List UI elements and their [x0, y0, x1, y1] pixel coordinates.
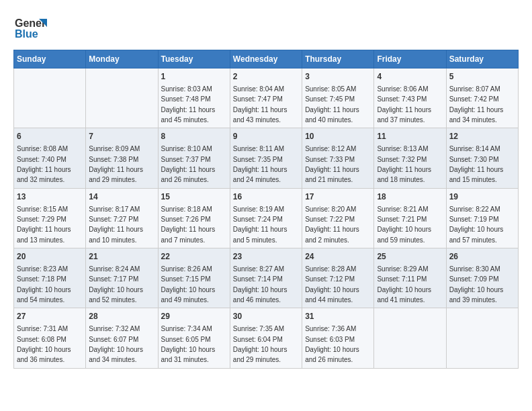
day-info: Sunrise: 8:17 AM Sunset: 7:27 PM Dayligh… [89, 205, 144, 244]
day-info: Sunrise: 8:21 AM Sunset: 7:21 PM Dayligh… [377, 205, 433, 244]
weekday-header-monday: Monday [86, 50, 158, 68]
calendar-cell [86, 68, 158, 128]
calendar-cell: 6Sunrise: 8:08 AM Sunset: 7:40 PM Daylig… [14, 128, 86, 188]
day-number: 30 [233, 311, 299, 322]
day-info: Sunrise: 8:06 AM Sunset: 7:43 PM Dayligh… [377, 85, 433, 124]
calendar-week-4: 20Sunrise: 8:23 AM Sunset: 7:18 PM Dayli… [14, 248, 519, 308]
calendar-cell: 1Sunrise: 8:03 AM Sunset: 7:48 PM Daylig… [158, 68, 230, 128]
day-number: 10 [305, 131, 371, 142]
weekday-header-sunday: Sunday [14, 50, 86, 68]
day-info: Sunrise: 8:12 AM Sunset: 7:33 PM Dayligh… [305, 145, 361, 183]
day-number: 2 [233, 71, 299, 83]
calendar-cell: 15Sunrise: 8:18 AM Sunset: 7:26 PM Dayli… [158, 188, 230, 248]
calendar-cell [374, 308, 446, 368]
weekday-header-thursday: Thursday [302, 50, 374, 68]
day-info: Sunrise: 8:22 AM Sunset: 7:19 PM Dayligh… [449, 205, 505, 244]
day-info: Sunrise: 8:19 AM Sunset: 7:24 PM Dayligh… [233, 205, 289, 244]
day-info: Sunrise: 7:36 AM Sunset: 6:03 PM Dayligh… [305, 325, 361, 363]
day-info: Sunrise: 8:10 AM Sunset: 7:37 PM Dayligh… [161, 145, 217, 183]
calendar-cell: 9Sunrise: 8:11 AM Sunset: 7:35 PM Daylig… [230, 128, 302, 188]
weekday-header-friday: Friday [374, 50, 446, 68]
day-info: Sunrise: 7:32 AM Sunset: 6:07 PM Dayligh… [89, 325, 144, 363]
calendar-table: SundayMondayTuesdayWednesdayThursdayFrid… [13, 50, 519, 369]
calendar-body: 1Sunrise: 8:03 AM Sunset: 7:48 PM Daylig… [14, 68, 519, 369]
day-number: 1 [161, 71, 227, 83]
weekday-row: SundayMondayTuesdayWednesdayThursdayFrid… [14, 50, 519, 68]
day-info: Sunrise: 8:28 AM Sunset: 7:12 PM Dayligh… [305, 265, 361, 304]
calendar-cell: 19Sunrise: 8:22 AM Sunset: 7:19 PM Dayli… [446, 188, 518, 248]
calendar-cell: 7Sunrise: 8:09 AM Sunset: 7:38 PM Daylig… [86, 128, 158, 188]
calendar-cell: 11Sunrise: 8:13 AM Sunset: 7:32 PM Dayli… [374, 128, 446, 188]
day-number: 16 [233, 191, 299, 203]
calendar-cell: 27Sunrise: 7:31 AM Sunset: 6:08 PM Dayli… [14, 308, 86, 368]
calendar-cell: 26Sunrise: 8:30 AM Sunset: 7:09 PM Dayli… [446, 248, 518, 308]
day-info: Sunrise: 8:08 AM Sunset: 7:40 PM Dayligh… [17, 145, 73, 183]
day-number: 8 [161, 131, 227, 142]
day-number: 9 [233, 131, 299, 142]
day-number: 14 [89, 191, 154, 203]
day-info: Sunrise: 8:30 AM Sunset: 7:09 PM Dayligh… [449, 265, 505, 304]
day-info: Sunrise: 8:18 AM Sunset: 7:26 PM Dayligh… [161, 205, 217, 244]
day-info: Sunrise: 8:09 AM Sunset: 7:38 PM Dayligh… [89, 145, 144, 183]
calendar-week-5: 27Sunrise: 7:31 AM Sunset: 6:08 PM Dayli… [14, 308, 519, 368]
day-info: Sunrise: 7:34 AM Sunset: 6:05 PM Dayligh… [161, 325, 217, 363]
calendar-cell: 20Sunrise: 8:23 AM Sunset: 7:18 PM Dayli… [14, 248, 86, 308]
day-number: 19 [449, 191, 515, 203]
calendar-week-2: 6Sunrise: 8:08 AM Sunset: 7:40 PM Daylig… [14, 128, 519, 188]
calendar-cell: 4Sunrise: 8:06 AM Sunset: 7:43 PM Daylig… [374, 68, 446, 128]
day-number: 20 [17, 251, 83, 263]
day-number: 21 [89, 251, 154, 263]
weekday-header-wednesday: Wednesday [230, 50, 302, 68]
day-number: 29 [161, 311, 227, 322]
day-number: 28 [89, 311, 154, 322]
calendar-cell: 25Sunrise: 8:29 AM Sunset: 7:11 PM Dayli… [374, 248, 446, 308]
logo: General Blue [13, 13, 47, 43]
calendar-week-3: 13Sunrise: 8:15 AM Sunset: 7:29 PM Dayli… [14, 188, 519, 248]
weekday-header-saturday: Saturday [446, 50, 518, 68]
calendar-cell: 21Sunrise: 8:24 AM Sunset: 7:17 PM Dayli… [86, 248, 158, 308]
calendar-week-1: 1Sunrise: 8:03 AM Sunset: 7:48 PM Daylig… [14, 68, 519, 128]
day-info: Sunrise: 8:11 AM Sunset: 7:35 PM Dayligh… [233, 145, 289, 183]
day-info: Sunrise: 8:04 AM Sunset: 7:47 PM Dayligh… [233, 85, 289, 124]
calendar-cell: 17Sunrise: 8:20 AM Sunset: 7:22 PM Dayli… [302, 188, 374, 248]
day-number: 11 [377, 131, 443, 142]
calendar-header: SundayMondayTuesdayWednesdayThursdayFrid… [14, 50, 519, 68]
day-info: Sunrise: 8:14 AM Sunset: 7:30 PM Dayligh… [449, 145, 505, 183]
calendar-cell: 18Sunrise: 8:21 AM Sunset: 7:21 PM Dayli… [374, 188, 446, 248]
day-info: Sunrise: 8:03 AM Sunset: 7:48 PM Dayligh… [161, 85, 217, 124]
calendar-cell: 24Sunrise: 8:28 AM Sunset: 7:12 PM Dayli… [302, 248, 374, 308]
day-number: 13 [17, 191, 83, 203]
calendar-cell: 29Sunrise: 7:34 AM Sunset: 6:05 PM Dayli… [158, 308, 230, 368]
calendar-cell: 14Sunrise: 8:17 AM Sunset: 7:27 PM Dayli… [86, 188, 158, 248]
calendar-cell: 28Sunrise: 7:32 AM Sunset: 6:07 PM Dayli… [86, 308, 158, 368]
day-info: Sunrise: 8:13 AM Sunset: 7:32 PM Dayligh… [377, 145, 433, 183]
day-number: 24 [305, 251, 371, 263]
day-number: 18 [377, 191, 443, 203]
calendar-cell: 3Sunrise: 8:05 AM Sunset: 7:45 PM Daylig… [302, 68, 374, 128]
svg-text:Blue: Blue [15, 28, 38, 40]
day-info: Sunrise: 8:27 AM Sunset: 7:14 PM Dayligh… [233, 265, 289, 304]
calendar-cell: 22Sunrise: 8:26 AM Sunset: 7:15 PM Dayli… [158, 248, 230, 308]
day-info: Sunrise: 8:24 AM Sunset: 7:17 PM Dayligh… [89, 265, 144, 304]
day-info: Sunrise: 8:26 AM Sunset: 7:15 PM Dayligh… [161, 265, 217, 304]
calendar-cell: 12Sunrise: 8:14 AM Sunset: 7:30 PM Dayli… [446, 128, 518, 188]
day-number: 17 [305, 191, 371, 203]
day-info: Sunrise: 7:31 AM Sunset: 6:08 PM Dayligh… [17, 325, 73, 363]
calendar-cell: 30Sunrise: 7:35 AM Sunset: 6:04 PM Dayli… [230, 308, 302, 368]
calendar-cell [446, 308, 518, 368]
calendar-cell: 23Sunrise: 8:27 AM Sunset: 7:14 PM Dayli… [230, 248, 302, 308]
day-number: 25 [377, 251, 443, 263]
calendar-cell: 8Sunrise: 8:10 AM Sunset: 7:37 PM Daylig… [158, 128, 230, 188]
day-number: 31 [305, 311, 371, 322]
day-number: 7 [89, 131, 154, 142]
calendar-cell: 2Sunrise: 8:04 AM Sunset: 7:47 PM Daylig… [230, 68, 302, 128]
day-number: 5 [449, 71, 515, 83]
day-number: 6 [17, 131, 83, 142]
day-number: 15 [161, 191, 227, 203]
logo-icon: General Blue [13, 13, 47, 43]
day-info: Sunrise: 7:35 AM Sunset: 6:04 PM Dayligh… [233, 325, 289, 363]
day-info: Sunrise: 8:20 AM Sunset: 7:22 PM Dayligh… [305, 205, 361, 244]
calendar-cell: 31Sunrise: 7:36 AM Sunset: 6:03 PM Dayli… [302, 308, 374, 368]
calendar-cell: 10Sunrise: 8:12 AM Sunset: 7:33 PM Dayli… [302, 128, 374, 188]
calendar-cell: 13Sunrise: 8:15 AM Sunset: 7:29 PM Dayli… [14, 188, 86, 248]
